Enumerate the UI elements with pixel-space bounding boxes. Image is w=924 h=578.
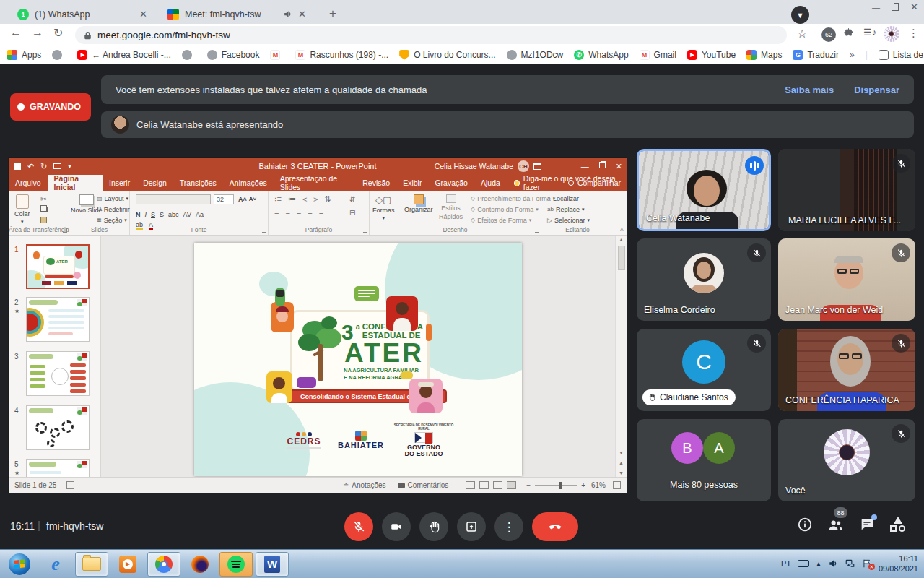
address-bar[interactable]: meet.google.com/fmi-hqvh-tsw — [75, 26, 787, 44]
font-name-box[interactable] — [136, 194, 211, 204]
collapse-ribbon-icon[interactable]: ˄ — [620, 226, 624, 233]
redo-icon[interactable]: ↻ — [40, 162, 47, 171]
clear-format-button[interactable]: abc — [168, 211, 179, 218]
spotify-icon[interactable] — [219, 552, 253, 577]
tab-revisao[interactable]: Revisão — [356, 175, 396, 191]
zoom-in-icon[interactable]: + — [581, 481, 585, 489]
close-icon[interactable]: ✕ — [910, 1, 918, 12]
bookmark-apps[interactable]: Apps — [7, 50, 41, 60]
forward-icon[interactable]: → — [32, 26, 43, 39]
taskbar-clock[interactable]: 16:1109/08/2021 — [879, 553, 918, 574]
reset-button[interactable]: ↺Redefinir — [97, 204, 130, 214]
learn-more-link[interactable]: Saiba mais — [785, 85, 834, 95]
tile-celia-watanabe[interactable]: Celia Watanabe — [637, 149, 771, 231]
activities-icon[interactable] — [890, 517, 905, 532]
save-icon[interactable] — [14, 163, 21, 170]
tab-exibir[interactable]: Exibir — [396, 175, 428, 191]
bookmark-youtube[interactable]: ▶YouTube — [687, 50, 736, 60]
mic-toggle-button[interactable] — [344, 512, 373, 541]
qat-more-icon[interactable]: ▾ — [68, 163, 71, 170]
section-button[interactable]: ≣Seção▾ — [97, 215, 127, 225]
slide-thumbnail-1[interactable]: ATER — [26, 244, 90, 289]
media-player-icon[interactable]: ▶ — [111, 552, 144, 577]
format-painter-icon[interactable] — [40, 217, 47, 223]
tab-ajuda[interactable]: Ajuda — [474, 175, 507, 191]
browser-menu-kebab-icon[interactable]: ⋮ — [908, 27, 919, 40]
ppt-close-icon[interactable]: ✕ — [616, 162, 622, 171]
action-center-flag-icon[interactable]: ✕ — [862, 558, 872, 569]
replace-button[interactable]: abReplace▾ — [547, 204, 584, 214]
bookmark-item[interactable]: M — [270, 50, 284, 60]
more-options-kebab-icon[interactable]: ⋮ — [494, 512, 523, 541]
scroll-up-icon[interactable]: ▲ — [616, 236, 627, 242]
bookmark-gmail[interactable]: MGmail — [640, 50, 676, 60]
bookmark-livro[interactable]: O Livro do Concurs... — [399, 50, 495, 60]
volume-icon[interactable] — [828, 558, 838, 569]
find-button[interactable]: ⌕Localizar — [547, 194, 579, 203]
dialog-launcher-icon[interactable] — [63, 228, 67, 233]
dismiss-link[interactable]: Dispensar — [854, 85, 899, 95]
reading-list-extension-icon[interactable]: ☰♪ — [863, 27, 876, 38]
undo-icon[interactable]: ↶ — [27, 162, 34, 171]
tile-jean-marc[interactable]: Jean Marc von der Weid — [778, 238, 915, 321]
bookmark-maps[interactable]: Maps — [746, 50, 782, 60]
shapes-button[interactable]: ◇▢Formas▾ — [372, 191, 395, 221]
tile-maria-lucilea[interactable]: MARIA LUCILEA ALVES F... — [778, 149, 915, 231]
paste-button[interactable]: Colar▾ — [14, 191, 30, 225]
shape-outline-button[interactable]: ◇Contorno da Forma▾ — [471, 204, 539, 214]
comments-button[interactable]: Comentários — [398, 481, 449, 489]
extension-badge[interactable]: 62 — [821, 27, 836, 42]
tab-inserir[interactable]: Inserir — [103, 175, 136, 191]
bookmark-whatsapp[interactable]: ✆WhatsApp — [574, 50, 628, 60]
slide-thumbnail-4[interactable] — [26, 405, 90, 450]
close-icon[interactable]: ✕ — [298, 9, 306, 20]
firefox-icon[interactable] — [183, 552, 217, 577]
grow-shrink-font[interactable]: A˄A˅ — [238, 194, 256, 204]
word-icon[interactable]: W — [256, 552, 289, 577]
slideshow-icon[interactable] — [53, 163, 61, 169]
ribbon-options-icon[interactable] — [533, 163, 541, 170]
text-direction-button[interactable]: ⇵ — [349, 194, 355, 204]
fit-window-icon[interactable] — [613, 481, 621, 489]
participants-icon[interactable] — [827, 517, 844, 533]
quick-styles-button[interactable]: EstilosRápidos — [439, 191, 463, 220]
dialog-launcher-icon[interactable] — [262, 228, 266, 233]
reading-list-button[interactable]: Lista de leitura — [879, 50, 924, 60]
tab-animacoes[interactable]: Animações — [223, 175, 274, 191]
slide-editing-area[interactable]: 3 a CONFERÊNCIA ESTADUAL DE ATER NA AGRI… — [101, 236, 615, 477]
tile-mais-80-pessoas[interactable]: B A Mais 80 pessoas — [637, 419, 771, 501]
extensions-puzzle-icon[interactable] — [843, 27, 854, 38]
reload-icon[interactable]: ↻ — [53, 26, 63, 40]
bookmark-item[interactable] — [52, 50, 66, 60]
select-button[interactable]: ▷Selecionar▾ — [547, 215, 590, 225]
hidden-icons-chevron[interactable]: ▲ — [816, 561, 821, 567]
back-icon[interactable]: ← — [10, 26, 22, 39]
bookmark-rascunhos[interactable]: MRascunhos (198) -... — [295, 50, 388, 60]
tab-gravacao[interactable]: Gravação — [428, 175, 474, 191]
bookmark-traduzir[interactable]: GTraduzir — [793, 50, 839, 60]
language-indicator[interactable]: PT — [781, 559, 791, 568]
layout-button[interactable]: ▤Layout▾ — [97, 194, 128, 203]
chrome-icon[interactable] — [147, 552, 180, 577]
arrange-button[interactable]: Organizar — [404, 191, 433, 213]
tab-transicoes[interactable]: Transições — [173, 175, 223, 191]
ppt-restore-icon[interactable] — [599, 162, 606, 168]
zoom-out-icon[interactable]: − — [526, 481, 531, 489]
change-case-button[interactable]: Aa — [196, 211, 204, 218]
minimize-icon[interactable]: — — [872, 3, 880, 12]
italic-button[interactable]: I — [145, 211, 147, 218]
tab-pagina-inicial[interactable]: Página Inicial — [48, 175, 103, 191]
keyboard-icon[interactable] — [798, 560, 809, 567]
bookmark-star-icon[interactable]: ☆ — [797, 27, 807, 40]
tile-voce[interactable]: Você — [778, 419, 915, 501]
bookmark-item[interactable]: ▶← Andrea Bocelli -... — [77, 50, 170, 60]
zoom-level[interactable]: 61% — [591, 481, 606, 489]
bookmark-item[interactable] — [182, 50, 196, 60]
tab-whatsapp[interactable]: 1 (1) WhatsApp ✕ — [10, 4, 154, 24]
slide-thumbnail-5[interactable] — [26, 459, 90, 477]
tile-claudiane-santos[interactable]: C Claudiane Santos — [637, 329, 771, 411]
tab-meet[interactable]: Meet: fmi-hqvh-tsw ✕ — [160, 4, 313, 24]
profile-avatar[interactable] — [884, 26, 899, 42]
next-slide-icon[interactable]: ▼ — [616, 470, 627, 475]
tab-audio-icon[interactable] — [283, 9, 292, 19]
